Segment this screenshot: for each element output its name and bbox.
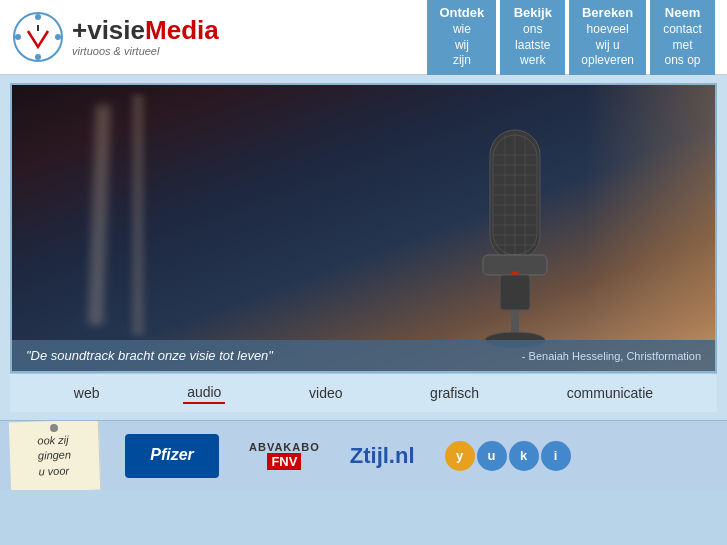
- logo-visie: +visie: [72, 15, 145, 45]
- svg-rect-24: [511, 310, 519, 335]
- abvakabo-fnv: FNV: [267, 453, 301, 470]
- main-content: "De soundtrack bracht onze visie tot lev…: [0, 75, 727, 420]
- logo-text: +visieMedia virtuoos & virtueel: [72, 17, 219, 57]
- logo-tagline: virtuoos & virtueel: [72, 45, 219, 57]
- abvakabo-logo-container: ABVAKABO FNV: [234, 421, 335, 490]
- logo-name: +visieMedia: [72, 17, 219, 43]
- yuki-u-circle: u: [477, 441, 507, 471]
- microphone-svg: [445, 100, 585, 360]
- header: +visieMedia virtuoos & virtueel Ontdek w…: [0, 0, 727, 75]
- nav-communicatie[interactable]: communicatie: [563, 383, 657, 403]
- svg-rect-23: [500, 275, 530, 310]
- nav-web[interactable]: web: [70, 383, 104, 403]
- logo-media: Media: [145, 15, 219, 45]
- clients-bar: ook zijgingenu voor Pfizer ABVAKABO FNV …: [0, 420, 727, 490]
- nav-item-bekijk[interactable]: Bekijk ons laatste werk: [500, 0, 565, 75]
- nav-menu: Ontdek wie wij zijn Bekijk ons laatste w…: [427, 0, 715, 75]
- logo-icon: [12, 11, 64, 63]
- quote-text: "De soundtrack bracht onze visie tot lev…: [26, 348, 273, 363]
- yuki-i-circle: i: [541, 441, 571, 471]
- quote-bar: "De soundtrack bracht onze visie tot lev…: [12, 340, 715, 371]
- svg-point-0: [14, 13, 62, 61]
- abvakabo-logo: ABVAKABO FNV: [249, 441, 320, 470]
- pfizer-logo: Pfizer: [125, 434, 219, 478]
- yuki-k-circle: k: [509, 441, 539, 471]
- yuki-logo: y u k i: [445, 441, 571, 471]
- yuki-logo-container: y u k i: [430, 421, 586, 490]
- nav-video[interactable]: video: [305, 383, 346, 403]
- pfizer-logo-container: Pfizer: [110, 421, 234, 490]
- yuki-y-circle: y: [445, 441, 475, 471]
- svg-point-3: [15, 34, 21, 40]
- svg-point-4: [55, 34, 61, 40]
- svg-point-1: [35, 14, 41, 20]
- bottom-nav: web audio video grafisch communicatie: [10, 373, 717, 412]
- quote-author: - Benaiah Hesseling, Christformation: [522, 350, 701, 362]
- hero-image: "De soundtrack bracht onze visie tot lev…: [10, 83, 717, 373]
- ztijl-logo-container: Ztijl.nl: [335, 421, 430, 490]
- nav-item-neem[interactable]: Neem contact met ons op: [650, 0, 715, 75]
- nav-item-bereken[interactable]: Bereken hoeveel wij u opleveren: [569, 0, 646, 75]
- client-note: ook zijgingenu voor: [9, 420, 101, 490]
- logo[interactable]: +visieMedia virtuoos & virtueel: [12, 11, 219, 63]
- svg-text:Pfizer: Pfizer: [150, 446, 194, 463]
- nav-audio[interactable]: audio: [183, 382, 225, 404]
- hero-background: [12, 85, 715, 371]
- client-note-text: ook zijgingenu voor: [33, 428, 76, 484]
- nav-item-ontdek[interactable]: Ontdek wie wij zijn: [427, 0, 496, 75]
- ztijl-logo: Ztijl.nl: [350, 443, 415, 469]
- nav-grafisch[interactable]: grafisch: [426, 383, 483, 403]
- svg-point-2: [35, 54, 41, 60]
